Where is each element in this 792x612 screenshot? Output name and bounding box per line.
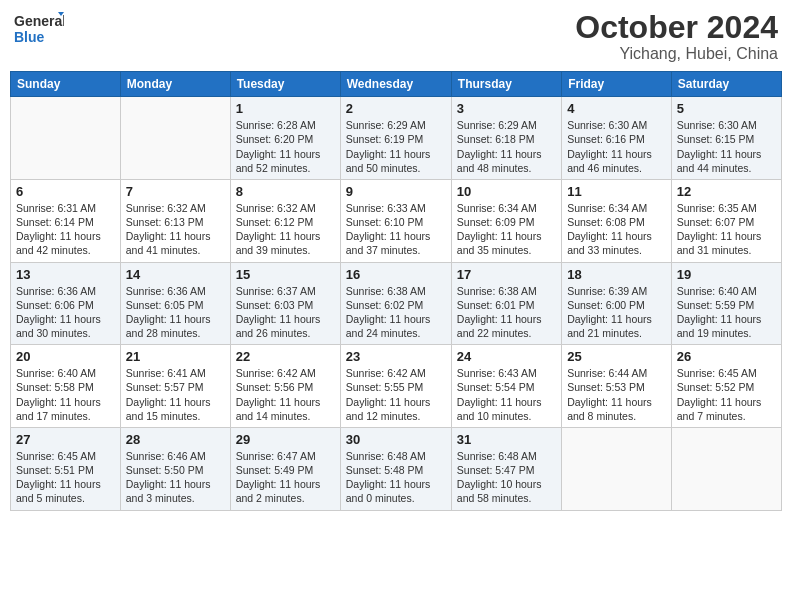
day-info: Sunrise: 6:44 AMSunset: 5:53 PMDaylight:… xyxy=(567,366,666,423)
calendar-week-row: 1Sunrise: 6:28 AMSunset: 6:20 PMDaylight… xyxy=(11,97,782,180)
day-number: 6 xyxy=(16,184,115,199)
day-info: Sunrise: 6:47 AMSunset: 5:49 PMDaylight:… xyxy=(236,449,335,506)
logo-svg: General Blue xyxy=(14,10,64,50)
day-number: 10 xyxy=(457,184,556,199)
calendar-cell: 19Sunrise: 6:40 AMSunset: 5:59 PMDayligh… xyxy=(671,262,781,345)
calendar-cell: 22Sunrise: 6:42 AMSunset: 5:56 PMDayligh… xyxy=(230,345,340,428)
day-info: Sunrise: 6:38 AMSunset: 6:02 PMDaylight:… xyxy=(346,284,446,341)
day-number: 2 xyxy=(346,101,446,116)
calendar-cell: 28Sunrise: 6:46 AMSunset: 5:50 PMDayligh… xyxy=(120,427,230,510)
day-info: Sunrise: 6:33 AMSunset: 6:10 PMDaylight:… xyxy=(346,201,446,258)
calendar-cell xyxy=(11,97,121,180)
day-info: Sunrise: 6:32 AMSunset: 6:12 PMDaylight:… xyxy=(236,201,335,258)
day-number: 23 xyxy=(346,349,446,364)
day-number: 27 xyxy=(16,432,115,447)
day-info: Sunrise: 6:42 AMSunset: 5:55 PMDaylight:… xyxy=(346,366,446,423)
day-number: 19 xyxy=(677,267,776,282)
day-info: Sunrise: 6:29 AMSunset: 6:19 PMDaylight:… xyxy=(346,118,446,175)
calendar-cell: 15Sunrise: 6:37 AMSunset: 6:03 PMDayligh… xyxy=(230,262,340,345)
calendar-cell: 23Sunrise: 6:42 AMSunset: 5:55 PMDayligh… xyxy=(340,345,451,428)
day-number: 16 xyxy=(346,267,446,282)
calendar-cell: 24Sunrise: 6:43 AMSunset: 5:54 PMDayligh… xyxy=(451,345,561,428)
calendar-cell xyxy=(671,427,781,510)
day-number: 8 xyxy=(236,184,335,199)
page-header: General Blue October 2024 Yichang, Hubei… xyxy=(10,10,782,63)
calendar-cell: 4Sunrise: 6:30 AMSunset: 6:16 PMDaylight… xyxy=(562,97,672,180)
day-number: 29 xyxy=(236,432,335,447)
calendar-cell: 5Sunrise: 6:30 AMSunset: 6:15 PMDaylight… xyxy=(671,97,781,180)
weekday-header: Wednesday xyxy=(340,72,451,97)
day-info: Sunrise: 6:28 AMSunset: 6:20 PMDaylight:… xyxy=(236,118,335,175)
calendar-cell: 30Sunrise: 6:48 AMSunset: 5:48 PMDayligh… xyxy=(340,427,451,510)
day-number: 14 xyxy=(126,267,225,282)
calendar-cell: 21Sunrise: 6:41 AMSunset: 5:57 PMDayligh… xyxy=(120,345,230,428)
calendar-cell: 10Sunrise: 6:34 AMSunset: 6:09 PMDayligh… xyxy=(451,179,561,262)
svg-text:Blue: Blue xyxy=(14,29,45,45)
day-info: Sunrise: 6:34 AMSunset: 6:09 PMDaylight:… xyxy=(457,201,556,258)
day-number: 13 xyxy=(16,267,115,282)
calendar-cell: 13Sunrise: 6:36 AMSunset: 6:06 PMDayligh… xyxy=(11,262,121,345)
svg-text:General: General xyxy=(14,13,64,29)
day-info: Sunrise: 6:29 AMSunset: 6:18 PMDaylight:… xyxy=(457,118,556,175)
calendar-header: SundayMondayTuesdayWednesdayThursdayFrid… xyxy=(11,72,782,97)
day-number: 21 xyxy=(126,349,225,364)
month-title: October 2024 xyxy=(575,10,778,45)
calendar-cell: 1Sunrise: 6:28 AMSunset: 6:20 PMDaylight… xyxy=(230,97,340,180)
day-number: 11 xyxy=(567,184,666,199)
day-number: 28 xyxy=(126,432,225,447)
day-info: Sunrise: 6:36 AMSunset: 6:05 PMDaylight:… xyxy=(126,284,225,341)
weekday-header: Thursday xyxy=(451,72,561,97)
location-title: Yichang, Hubei, China xyxy=(575,45,778,63)
day-number: 1 xyxy=(236,101,335,116)
day-info: Sunrise: 6:35 AMSunset: 6:07 PMDaylight:… xyxy=(677,201,776,258)
day-info: Sunrise: 6:39 AMSunset: 6:00 PMDaylight:… xyxy=(567,284,666,341)
calendar-table: SundayMondayTuesdayWednesdayThursdayFrid… xyxy=(10,71,782,510)
day-number: 24 xyxy=(457,349,556,364)
day-number: 25 xyxy=(567,349,666,364)
day-info: Sunrise: 6:30 AMSunset: 6:15 PMDaylight:… xyxy=(677,118,776,175)
calendar-cell: 8Sunrise: 6:32 AMSunset: 6:12 PMDaylight… xyxy=(230,179,340,262)
calendar-cell: 12Sunrise: 6:35 AMSunset: 6:07 PMDayligh… xyxy=(671,179,781,262)
calendar-cell: 14Sunrise: 6:36 AMSunset: 6:05 PMDayligh… xyxy=(120,262,230,345)
day-info: Sunrise: 6:31 AMSunset: 6:14 PMDaylight:… xyxy=(16,201,115,258)
day-info: Sunrise: 6:48 AMSunset: 5:48 PMDaylight:… xyxy=(346,449,446,506)
calendar-cell: 17Sunrise: 6:38 AMSunset: 6:01 PMDayligh… xyxy=(451,262,561,345)
day-info: Sunrise: 6:42 AMSunset: 5:56 PMDaylight:… xyxy=(236,366,335,423)
day-number: 7 xyxy=(126,184,225,199)
day-number: 26 xyxy=(677,349,776,364)
weekday-header: Friday xyxy=(562,72,672,97)
calendar-cell: 29Sunrise: 6:47 AMSunset: 5:49 PMDayligh… xyxy=(230,427,340,510)
calendar-cell xyxy=(562,427,672,510)
weekday-header: Sunday xyxy=(11,72,121,97)
weekday-header: Saturday xyxy=(671,72,781,97)
day-info: Sunrise: 6:30 AMSunset: 6:16 PMDaylight:… xyxy=(567,118,666,175)
day-number: 4 xyxy=(567,101,666,116)
calendar-cell: 20Sunrise: 6:40 AMSunset: 5:58 PMDayligh… xyxy=(11,345,121,428)
calendar-week-row: 6Sunrise: 6:31 AMSunset: 6:14 PMDaylight… xyxy=(11,179,782,262)
day-number: 22 xyxy=(236,349,335,364)
weekday-header: Monday xyxy=(120,72,230,97)
calendar-cell: 3Sunrise: 6:29 AMSunset: 6:18 PMDaylight… xyxy=(451,97,561,180)
calendar-week-row: 27Sunrise: 6:45 AMSunset: 5:51 PMDayligh… xyxy=(11,427,782,510)
calendar-week-row: 20Sunrise: 6:40 AMSunset: 5:58 PMDayligh… xyxy=(11,345,782,428)
calendar-week-row: 13Sunrise: 6:36 AMSunset: 6:06 PMDayligh… xyxy=(11,262,782,345)
day-number: 12 xyxy=(677,184,776,199)
day-info: Sunrise: 6:32 AMSunset: 6:13 PMDaylight:… xyxy=(126,201,225,258)
day-number: 17 xyxy=(457,267,556,282)
day-number: 9 xyxy=(346,184,446,199)
day-info: Sunrise: 6:45 AMSunset: 5:51 PMDaylight:… xyxy=(16,449,115,506)
day-info: Sunrise: 6:34 AMSunset: 6:08 PMDaylight:… xyxy=(567,201,666,258)
calendar-cell: 6Sunrise: 6:31 AMSunset: 6:14 PMDaylight… xyxy=(11,179,121,262)
weekday-header: Tuesday xyxy=(230,72,340,97)
day-info: Sunrise: 6:40 AMSunset: 5:58 PMDaylight:… xyxy=(16,366,115,423)
calendar-cell: 26Sunrise: 6:45 AMSunset: 5:52 PMDayligh… xyxy=(671,345,781,428)
day-number: 30 xyxy=(346,432,446,447)
day-info: Sunrise: 6:41 AMSunset: 5:57 PMDaylight:… xyxy=(126,366,225,423)
calendar-cell: 27Sunrise: 6:45 AMSunset: 5:51 PMDayligh… xyxy=(11,427,121,510)
day-info: Sunrise: 6:45 AMSunset: 5:52 PMDaylight:… xyxy=(677,366,776,423)
calendar-cell: 16Sunrise: 6:38 AMSunset: 6:02 PMDayligh… xyxy=(340,262,451,345)
calendar-cell: 31Sunrise: 6:48 AMSunset: 5:47 PMDayligh… xyxy=(451,427,561,510)
logo: General Blue xyxy=(14,10,64,50)
day-number: 3 xyxy=(457,101,556,116)
day-info: Sunrise: 6:38 AMSunset: 6:01 PMDaylight:… xyxy=(457,284,556,341)
